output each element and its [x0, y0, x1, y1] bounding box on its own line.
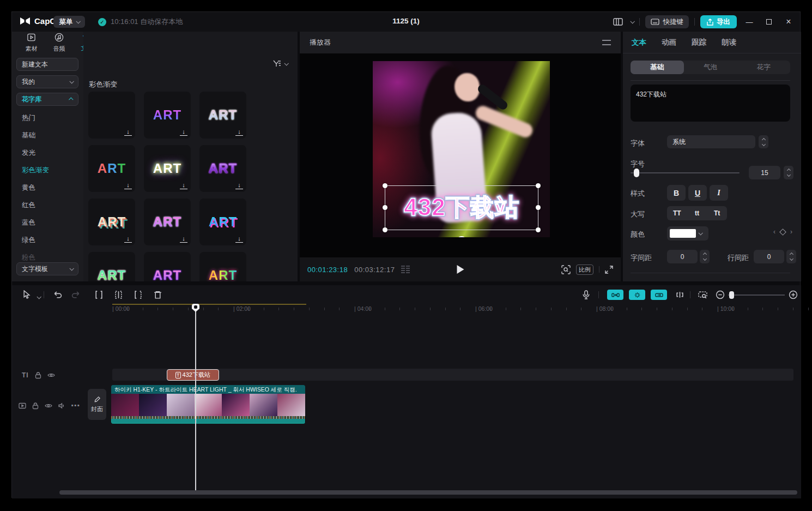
speaker-icon[interactable]	[58, 402, 65, 410]
sidebar-category[interactable]: 红色	[16, 200, 83, 211]
size-slider-handle[interactable]	[634, 169, 639, 177]
art-style-item[interactable]: ART↓	[88, 145, 135, 192]
font-select[interactable]: 系统	[667, 135, 755, 148]
sidebar-category[interactable]: 蓝色	[16, 217, 83, 228]
resize-handle[interactable]	[383, 183, 387, 188]
sidebar-category[interactable]: 基础	[16, 130, 83, 141]
case-option-TT[interactable]: TT	[667, 206, 687, 220]
rotate-handle[interactable]: ⟳	[457, 236, 466, 237]
art-style-item[interactable]: ART↓	[199, 145, 246, 192]
subtab-气泡[interactable]: 气泡	[684, 61, 737, 74]
menu-button[interactable]: 菜单	[53, 16, 85, 28]
line-spacing-spinner[interactable]	[786, 250, 796, 263]
resize-handle[interactable]	[536, 183, 541, 188]
download-icon[interactable]: ↓	[180, 129, 187, 136]
line-spacing-value[interactable]: 0	[754, 250, 784, 263]
filter-control[interactable]	[273, 60, 288, 67]
art-style-item[interactable]: ART↓	[144, 145, 191, 192]
sidebar-category[interactable]: 绿色	[16, 235, 83, 245]
tool-tab-media[interactable]: 素材	[17, 32, 45, 53]
sidebar-category[interactable]: 粉色	[16, 252, 83, 263]
fullscreen-icon[interactable]	[605, 266, 613, 274]
maximize-button[interactable]	[762, 15, 776, 29]
sidebar-item-my[interactable]: 我的	[16, 75, 78, 88]
resize-handle[interactable]	[383, 205, 387, 210]
download-icon[interactable]: ↓	[235, 236, 243, 243]
download-icon[interactable]: ↓	[180, 182, 187, 189]
record-voice-icon[interactable]	[581, 290, 591, 299]
letter-spacing-spinner[interactable]	[700, 250, 710, 263]
art-style-item[interactable]: ART↓	[199, 199, 246, 245]
lock-icon[interactable]	[32, 402, 39, 410]
keyframe-prev-icon[interactable]: ‹	[773, 228, 775, 236]
keyframe-icon[interactable]	[779, 229, 786, 236]
bold-button[interactable]: B	[667, 185, 686, 201]
text-clip[interactable]: T 432下载站	[167, 369, 219, 381]
art-style-item[interactable]: ART↓	[144, 252, 191, 281]
keyframe-next-icon[interactable]: ›	[790, 228, 792, 236]
video-clip[interactable]: 하이키 H1-KEY - 하트라이트 HEART LIGHT _ 휘서 HWIS…	[111, 385, 305, 424]
split-left-icon[interactable]	[113, 290, 123, 299]
layout-icon[interactable]	[611, 15, 625, 29]
magnet-snap-toggle[interactable]	[607, 290, 623, 300]
text-input[interactable]: 432下载站	[631, 85, 790, 122]
resize-handle[interactable]	[383, 227, 387, 232]
art-style-item[interactable]: ART↓	[199, 92, 246, 139]
undo-icon[interactable]	[52, 290, 62, 299]
lock-icon[interactable]	[34, 371, 42, 379]
sidebar-category[interactable]: 彩色渐变	[16, 165, 83, 176]
eye-icon[interactable]	[45, 402, 52, 410]
tool-tab-audio[interactable]: 音频	[45, 32, 73, 53]
track-split-icon[interactable]	[675, 290, 684, 299]
play-button[interactable]	[457, 265, 464, 274]
new-text-button[interactable]: 新建文本	[16, 58, 78, 71]
inspector-tab-动画[interactable]: 动画	[662, 38, 676, 47]
timeline-zoom-handle[interactable]	[729, 291, 734, 299]
letter-spacing-value[interactable]: 0	[667, 250, 698, 263]
ratio-button[interactable]: 比例	[576, 264, 593, 275]
italic-button[interactable]: I	[710, 185, 728, 201]
download-icon[interactable]: ↓	[124, 182, 132, 189]
underline-button[interactable]: U	[688, 185, 707, 201]
download-icon[interactable]: ↓	[124, 129, 132, 136]
shortcut-button[interactable]: 快捷键	[645, 15, 689, 28]
subtab-基础[interactable]: 基础	[631, 61, 684, 74]
inspector-tab-跟踪[interactable]: 跟踪	[692, 38, 706, 47]
select-tool-icon[interactable]	[22, 290, 32, 299]
size-value[interactable]: 15	[749, 166, 780, 179]
preview-axis-toggle[interactable]	[651, 290, 667, 300]
player-menu-icon[interactable]	[602, 40, 611, 45]
minimize-button[interactable]: —	[742, 15, 756, 29]
art-style-item[interactable]: ART↓	[144, 199, 191, 245]
timeline-preview-icon[interactable]	[698, 290, 707, 299]
art-style-item[interactable]: ART↓	[199, 252, 246, 281]
timeline-ruler[interactable]: | 00:00| 02:00| 04:00| 06:00| 08:00| 10:…	[12, 304, 801, 314]
horizontal-scrollbar[interactable]	[59, 490, 797, 495]
playhead-line[interactable]	[195, 304, 196, 490]
sidebar-item-flower-library[interactable]: 花字库	[16, 93, 78, 106]
inspector-tab-朗读[interactable]: 朗读	[722, 38, 736, 47]
download-icon[interactable]: ↓	[235, 182, 243, 189]
split-right-icon[interactable]	[133, 290, 143, 299]
eye-icon[interactable]	[47, 371, 55, 379]
subtab-花字[interactable]: 花字	[737, 61, 790, 74]
sidebar-category[interactable]: 黄色	[16, 182, 83, 193]
close-button[interactable]: ×	[781, 15, 796, 29]
video-preview[interactable]: 432下载站 ⟳	[373, 61, 550, 237]
download-icon[interactable]: ↓	[180, 236, 187, 243]
resize-handle[interactable]	[536, 227, 541, 232]
layout-chevron-icon[interactable]	[630, 19, 634, 23]
linkage-toggle[interactable]	[629, 290, 645, 300]
zoom-in-icon[interactable]	[788, 290, 798, 299]
size-slider[interactable]	[631, 172, 740, 173]
inspector-tab-文本[interactable]: 文本	[632, 38, 646, 47]
display-mode-icon[interactable]	[401, 266, 410, 273]
preview-zoom-icon[interactable]	[561, 265, 571, 274]
zoom-out-icon[interactable]	[715, 290, 725, 299]
art-style-item[interactable]: ART↓	[88, 252, 135, 281]
case-option-tt[interactable]: tt	[687, 206, 707, 220]
timeline-zoom-slider[interactable]	[728, 294, 785, 296]
overlay-text[interactable]: 432下载站	[385, 191, 538, 224]
resize-handle[interactable]	[536, 205, 541, 210]
case-option-Tt[interactable]: Tt	[707, 206, 727, 220]
